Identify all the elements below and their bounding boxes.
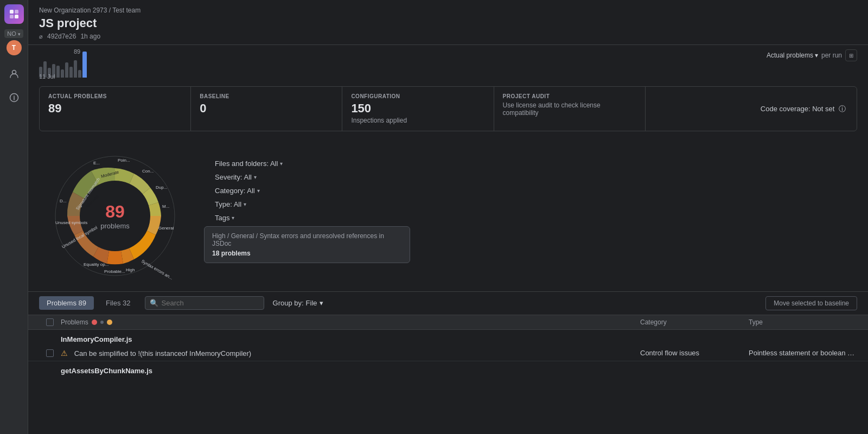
svg-rect-2 xyxy=(10,15,14,18)
group-by-dropdown[interactable]: Group by: File ▾ xyxy=(273,299,323,307)
chart-date-label: 11 Jul xyxy=(39,73,55,80)
severity-red-badge xyxy=(92,320,97,325)
donut-center: 89 problems xyxy=(100,202,129,230)
tooltip-path: High / General / Syntax errors and unres… xyxy=(212,232,402,247)
svg-text:Unused symbols: Unused symbols xyxy=(55,220,87,225)
app-logo[interactable] xyxy=(4,4,24,24)
column-problems: Problems xyxy=(61,318,640,326)
search-input[interactable] xyxy=(162,299,259,307)
warning-icon: ⚠ xyxy=(61,349,68,358)
tab-bar: Problems 89 Files 32 🔍 Group by: File ▾ … xyxy=(28,292,868,315)
stat-value: 89 xyxy=(48,101,182,116)
select-all-checkbox-col xyxy=(39,318,61,326)
svg-text:General: General xyxy=(158,226,174,231)
stat-label: PROJECT AUDIT xyxy=(503,93,636,99)
svg-text:Probable...: Probable... xyxy=(104,269,125,274)
tooltip-count: 18 problems xyxy=(212,250,402,257)
chart-value-label: 89 xyxy=(74,48,80,55)
svg-text:D...: D... xyxy=(60,199,66,203)
svg-text:Dup...: Dup... xyxy=(156,185,167,190)
stat-value: 150 xyxy=(351,101,484,116)
filters-panel: Files and folders: All ▾ Severity: All ▾… xyxy=(204,140,410,283)
donut-label: problems xyxy=(100,222,129,230)
row-checkbox-col xyxy=(39,349,61,357)
filter-type[interactable]: Type: All ▾ xyxy=(215,200,410,208)
row-checkbox[interactable] xyxy=(46,349,54,357)
stat-label: CONFIGURATION xyxy=(351,93,484,99)
filter-severity[interactable]: Severity: All ▾ xyxy=(215,173,410,181)
stat-label: BASELINE xyxy=(200,93,333,99)
category-col: Control flow issues xyxy=(640,349,749,357)
donut-chart: Signature mismatch E... Poin... Con... D… xyxy=(39,140,191,291)
per-run-label: per run xyxy=(821,52,842,59)
filters-list: Files and folders: All ▾ Severity: All ▾… xyxy=(204,159,410,222)
stat-project-audit: PROJECT AUDIT Use license audit to check… xyxy=(494,87,646,131)
group-by-label: Group by: xyxy=(273,299,304,307)
table-row: ⚠ Can be simplified to !(this instanceof… xyxy=(28,346,868,361)
chart-area: 89 11 Jul Actual problems ▾ per run ⊞ xyxy=(28,45,868,78)
svg-text:Syntax errors an...: Syntax errors an... xyxy=(141,259,174,280)
org-no-badge[interactable]: NO ▾ xyxy=(4,29,23,38)
filter-files-folders[interactable]: Files and folders: All ▾ xyxy=(215,159,410,168)
stat-sub: Use license audit to check license compa… xyxy=(503,101,636,117)
expand-chart-button[interactable]: ⊞ xyxy=(845,49,857,61)
svg-text:Con...: Con... xyxy=(142,169,154,174)
problem-text-col: ⚠ Can be simplified to !(this instanceof… xyxy=(61,349,640,358)
stat-configuration: CONFIGURATION 150 Inspections applied xyxy=(342,87,494,131)
header: New Organization 2973 / Test team JS pro… xyxy=(28,0,868,45)
column-type: Type xyxy=(749,318,857,326)
actual-problems-dropdown[interactable]: Actual problems ▾ xyxy=(767,52,818,59)
chart-bar xyxy=(74,60,77,78)
stat-sub: Inspections applied xyxy=(351,117,484,124)
stat-actual-problems: ACTUAL PROBLEMS 89 xyxy=(40,87,191,131)
sidebar: NO ▾ T xyxy=(0,0,28,434)
filter-category[interactable]: Category: All ▾ xyxy=(215,187,410,195)
code-coverage-help-icon[interactable]: ⓘ xyxy=(839,105,846,113)
move-baseline-button[interactable]: Move selected to baseline xyxy=(765,296,857,310)
content-area: Signature mismatch E... Poin... Con... D… xyxy=(28,131,868,291)
commit-hash: 492d7e26 xyxy=(47,33,76,40)
stat-value: 0 xyxy=(200,101,333,116)
svg-text:M...: M... xyxy=(162,204,169,209)
tab-files[interactable]: Files 32 xyxy=(98,296,138,310)
stat-label: ACTUAL PROBLEMS xyxy=(48,93,182,99)
chart-bar xyxy=(65,62,68,78)
code-coverage-label: Code coverage: Not set ⓘ xyxy=(761,104,846,114)
svg-text:Equality op...: Equality op... xyxy=(84,262,108,267)
svg-rect-0 xyxy=(10,10,14,14)
code-coverage-card: Code coverage: Not set ⓘ xyxy=(646,87,857,131)
severity-dot-badge xyxy=(100,321,104,324)
info-nav-icon[interactable] xyxy=(4,88,24,107)
svg-text:High: High xyxy=(126,267,135,272)
svg-rect-3 xyxy=(15,15,18,18)
problem-description: Can be simplified to !(this instanceof I… xyxy=(74,349,252,358)
filter-tags[interactable]: Tags ▾ xyxy=(215,214,410,222)
search-icon: 🔍 xyxy=(150,299,158,307)
person-nav-icon[interactable] xyxy=(4,64,24,84)
chart-bar xyxy=(69,67,73,78)
commit-info: ⌀ 492d7e26 1h ago xyxy=(39,33,857,40)
severity-orange-badge xyxy=(107,320,112,325)
commit-time: 1h ago xyxy=(80,33,100,40)
chart-bar xyxy=(56,66,60,78)
svg-text:E...: E... xyxy=(93,161,100,165)
main-content: New Organization 2973 / Test team JS pro… xyxy=(28,0,868,434)
group-by-value: File xyxy=(306,299,317,307)
chart-bar xyxy=(78,70,81,78)
donut-number: 89 xyxy=(100,202,129,222)
avatar[interactable]: T xyxy=(7,40,22,55)
commit-icon: ⌀ xyxy=(39,33,43,40)
column-category: Category xyxy=(640,318,749,326)
chevron-down-icon: ▾ xyxy=(320,299,323,307)
tab-problems[interactable]: Problems 89 xyxy=(39,296,94,310)
file-group-header: InMemoryCompiler.js xyxy=(28,330,868,346)
stats-row: ACTUAL PROBLEMS 89 BASELINE 0 CONFIGURAT… xyxy=(39,86,857,131)
select-all-checkbox[interactable] xyxy=(46,318,54,326)
file-group-header: getAssetsByChunkName.js xyxy=(28,361,868,377)
tooltip-box: High / General / Syntax errors and unres… xyxy=(204,226,410,263)
stat-baseline: BASELINE 0 xyxy=(191,87,342,131)
chart-bar-active xyxy=(82,52,87,78)
chart-bar xyxy=(61,69,64,78)
table-header: Problems Category Type xyxy=(28,315,868,330)
svg-text:Poin...: Poin... xyxy=(118,158,130,163)
